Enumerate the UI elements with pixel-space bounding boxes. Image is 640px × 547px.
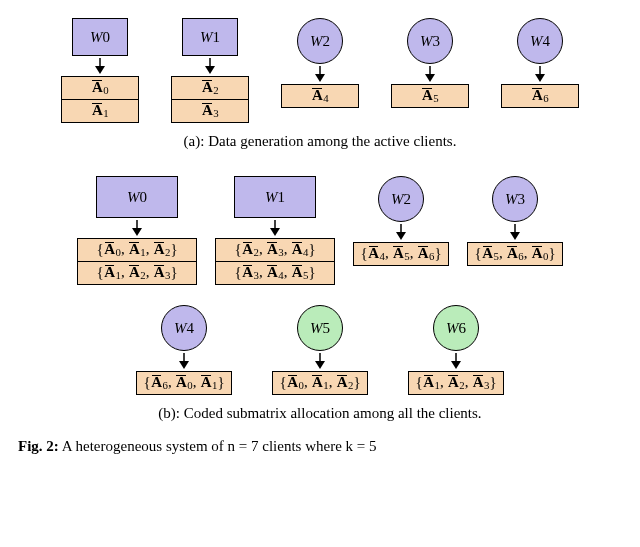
figA-caption: (a): Data generation among the active cl… bbox=[8, 133, 632, 150]
svg-marker-15 bbox=[396, 232, 406, 240]
data-box: {A5, A6, A0} bbox=[467, 242, 563, 266]
data-stack: {A6, A0, A1} bbox=[136, 371, 232, 395]
worker-rect: W1 bbox=[182, 18, 238, 56]
data-stack: {A0, A1, A2}{A1, A2, A3} bbox=[77, 238, 197, 285]
arrow-down-icon bbox=[177, 353, 191, 369]
data-box: A4 bbox=[281, 84, 359, 108]
arrow-down-icon bbox=[533, 66, 547, 82]
data-box: A0 bbox=[61, 76, 139, 100]
svg-marker-23 bbox=[451, 361, 461, 369]
data-box: {A6, A0, A1} bbox=[136, 371, 232, 395]
data-stack: {A1, A2, A3} bbox=[408, 371, 504, 395]
data-box: A3 bbox=[171, 99, 249, 123]
worker-circle: W5 bbox=[297, 305, 343, 351]
data-stack: {A5, A6, A0} bbox=[467, 242, 563, 266]
worker-rect: W0 bbox=[96, 176, 178, 218]
arrow-down-icon bbox=[203, 58, 217, 74]
worker-unit: W5{A0, A1, A2} bbox=[272, 305, 368, 395]
worker-unit: W3{A5, A6, A0} bbox=[467, 176, 563, 266]
svg-marker-13 bbox=[270, 228, 280, 236]
data-stack: A5 bbox=[391, 84, 469, 108]
worker-circle: W4 bbox=[161, 305, 207, 351]
worker-circle: W6 bbox=[433, 305, 479, 351]
data-box: {A3, A4, A5} bbox=[215, 261, 335, 285]
data-stack: A2A3 bbox=[171, 76, 249, 123]
worker-unit: W1A2A3 bbox=[171, 18, 249, 123]
data-box: {A1, A2, A3} bbox=[408, 371, 504, 395]
arrow-down-icon bbox=[93, 58, 107, 74]
figure-page: W0A0A1W1A2A3W2A4W3A5W4A6 (a): Data gener… bbox=[0, 0, 640, 547]
worker-circle: W2 bbox=[378, 176, 424, 222]
data-box: {A0, A1, A2} bbox=[77, 238, 197, 262]
arrow-down-icon bbox=[449, 353, 463, 369]
arrow-down-icon bbox=[508, 224, 522, 240]
worker-unit: W1{A2, A3, A4}{A3, A4, A5} bbox=[215, 176, 335, 285]
svg-marker-11 bbox=[132, 228, 142, 236]
data-stack: {A0, A1, A2} bbox=[272, 371, 368, 395]
data-box: A6 bbox=[501, 84, 579, 108]
worker-unit: W4A6 bbox=[501, 18, 579, 108]
data-stack: {A2, A3, A4}{A3, A4, A5} bbox=[215, 238, 335, 285]
figB-row1: W0{A0, A1, A2}{A1, A2, A3}W1{A2, A3, A4}… bbox=[8, 176, 632, 285]
worker-unit: W4{A6, A0, A1} bbox=[136, 305, 232, 395]
worker-circle: W3 bbox=[407, 18, 453, 64]
figB-row2: W4{A6, A0, A1}W5{A0, A1, A2}W6{A1, A2, A… bbox=[8, 305, 632, 395]
figure-caption-prefix: Fig. 2: bbox=[18, 438, 59, 454]
data-box: A5 bbox=[391, 84, 469, 108]
data-stack: A4 bbox=[281, 84, 359, 108]
svg-marker-3 bbox=[205, 66, 215, 74]
figure-caption: Fig. 2: A heterogeneous system of n = 7 … bbox=[8, 438, 632, 455]
worker-unit: W0A0A1 bbox=[61, 18, 139, 123]
svg-marker-5 bbox=[315, 74, 325, 82]
svg-marker-19 bbox=[179, 361, 189, 369]
worker-unit: W6{A1, A2, A3} bbox=[408, 305, 504, 395]
data-box: A1 bbox=[61, 99, 139, 123]
worker-unit: W2A4 bbox=[281, 18, 359, 108]
arrow-down-icon bbox=[423, 66, 437, 82]
arrow-down-icon bbox=[313, 66, 327, 82]
figA-row: W0A0A1W1A2A3W2A4W3A5W4A6 bbox=[8, 18, 632, 123]
data-stack: A0A1 bbox=[61, 76, 139, 123]
data-box: {A1, A2, A3} bbox=[77, 261, 197, 285]
worker-circle: W2 bbox=[297, 18, 343, 64]
svg-marker-21 bbox=[315, 361, 325, 369]
data-box: {A0, A1, A2} bbox=[272, 371, 368, 395]
svg-marker-9 bbox=[535, 74, 545, 82]
worker-rect: W0 bbox=[72, 18, 128, 56]
data-box: {A2, A3, A4} bbox=[215, 238, 335, 262]
worker-unit: W2{A4, A5, A6} bbox=[353, 176, 449, 266]
data-box: A2 bbox=[171, 76, 249, 100]
arrow-down-icon bbox=[268, 220, 282, 236]
svg-marker-17 bbox=[510, 232, 520, 240]
arrow-down-icon bbox=[313, 353, 327, 369]
worker-circle: W3 bbox=[492, 176, 538, 222]
arrow-down-icon bbox=[394, 224, 408, 240]
data-stack: A6 bbox=[501, 84, 579, 108]
worker-unit: W0{A0, A1, A2}{A1, A2, A3} bbox=[77, 176, 197, 285]
worker-circle: W4 bbox=[517, 18, 563, 64]
svg-marker-1 bbox=[95, 66, 105, 74]
worker-unit: W3A5 bbox=[391, 18, 469, 108]
svg-marker-7 bbox=[425, 74, 435, 82]
arrow-down-icon bbox=[130, 220, 144, 236]
data-stack: {A4, A5, A6} bbox=[353, 242, 449, 266]
worker-rect: W1 bbox=[234, 176, 316, 218]
figure-caption-text: A heterogeneous system of n = 7 clients … bbox=[62, 438, 377, 454]
data-box: {A4, A5, A6} bbox=[353, 242, 449, 266]
figB-caption: (b): Coded submatrix allocation among al… bbox=[8, 405, 632, 422]
